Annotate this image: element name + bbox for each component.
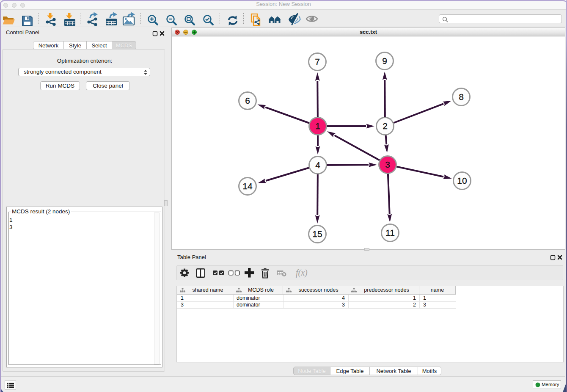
svg-text:6: 6 <box>245 96 250 105</box>
svg-text:9: 9 <box>382 56 387 66</box>
svg-text:8: 8 <box>459 92 464 102</box>
svg-text:10: 10 <box>457 176 467 185</box>
svg-text:2: 2 <box>383 121 388 131</box>
svg-text:4: 4 <box>315 160 320 170</box>
svg-text:11: 11 <box>385 228 395 237</box>
svg-text:7: 7 <box>315 57 320 66</box>
svg-text:f(x): f(x) <box>296 268 308 278</box>
svg-text:15: 15 <box>312 229 322 239</box>
svg-text:3: 3 <box>385 160 390 169</box>
svg-text:14: 14 <box>242 181 253 191</box>
svg-text:1: 1 <box>315 121 320 131</box>
